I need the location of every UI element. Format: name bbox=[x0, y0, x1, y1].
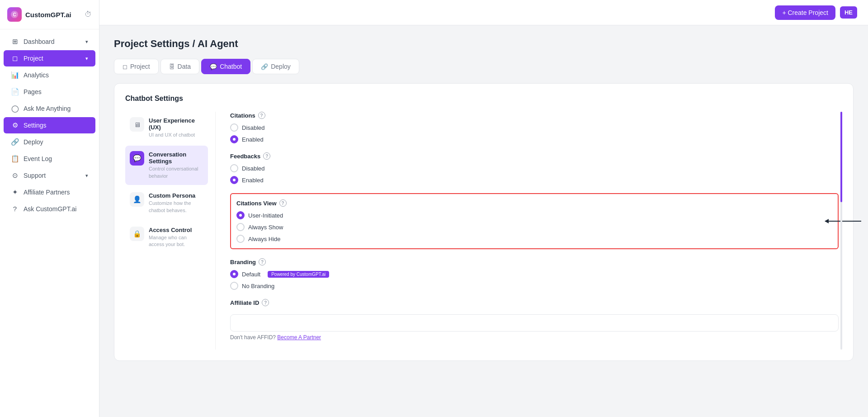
conversation-menu-desc: Control conversational behavior bbox=[149, 166, 203, 180]
conversation-menu-icon: 💬 bbox=[130, 151, 144, 166]
affiliate-no-affid-text: Don't have AFFID? bbox=[230, 334, 276, 341]
logo-area: C CustomGPT.ai ⏱ bbox=[0, 0, 99, 29]
feedbacks-disabled-radio[interactable] bbox=[230, 164, 238, 172]
user-initiated-radio[interactable] bbox=[236, 211, 245, 219]
always-show-option[interactable]: Always Show bbox=[236, 223, 832, 231]
always-show-radio[interactable] bbox=[236, 223, 245, 231]
create-project-button[interactable]: + Create Project bbox=[775, 5, 835, 20]
sidebar-item-label: Settings bbox=[24, 122, 47, 129]
branding-help-icon[interactable]: ? bbox=[259, 258, 266, 265]
branding-default-radio[interactable] bbox=[230, 270, 238, 278]
feedbacks-enabled-option[interactable]: Enabled bbox=[230, 176, 839, 184]
affiliate-id-help-icon[interactable]: ? bbox=[262, 299, 269, 306]
scroll-thumb bbox=[840, 112, 842, 202]
project-icon: ◻ bbox=[11, 54, 19, 62]
ux-menu-desc: UI and UX of chatbot bbox=[149, 132, 203, 138]
branding-title: Branding ? bbox=[230, 258, 839, 265]
sidebar-item-dashboard[interactable]: ⊞ Dashboard ▾ bbox=[4, 33, 95, 50]
always-hide-radio[interactable] bbox=[236, 235, 245, 243]
branding-default-option[interactable]: Default Powered by CustomGPT.ai bbox=[230, 270, 839, 278]
always-hide-option[interactable]: Always Hide bbox=[236, 235, 832, 243]
user-initiated-option[interactable]: User-Initiated bbox=[236, 211, 832, 219]
tab-label: Project bbox=[130, 63, 150, 70]
arrow-head bbox=[825, 219, 829, 223]
logo-text: CustomGPT.ai bbox=[25, 11, 71, 19]
sidebar-item-label: Ask CustomGPT.ai bbox=[24, 205, 76, 213]
branding-no-branding-option[interactable]: No Branding bbox=[230, 282, 839, 290]
sidebar-item-ask-me-anything[interactable]: ◯ Ask Me Anything bbox=[4, 100, 95, 117]
citations-help-icon[interactable]: ? bbox=[258, 112, 265, 119]
svg-text:C: C bbox=[13, 12, 16, 17]
menu-item-access-control[interactable]: 🔒 Access Control Manage who can access y… bbox=[125, 221, 208, 254]
sidebar-item-project[interactable]: ◻ Project ▾ bbox=[4, 50, 95, 66]
branding-radio-group: Default Powered by CustomGPT.ai No Brand… bbox=[230, 270, 839, 290]
data-tab-icon: 🗄 bbox=[169, 63, 175, 70]
menu-item-conversation-settings[interactable]: 💬 Conversation Settings Control conversa… bbox=[125, 146, 208, 185]
sidebar-item-deploy[interactable]: 🔗 Deploy bbox=[4, 134, 95, 150]
sidebar-item-label: Event Log bbox=[24, 155, 52, 162]
sidebar-item-settings[interactable]: ⚙ Settings bbox=[4, 117, 95, 133]
citations-view-label: Citations View bbox=[236, 200, 277, 207]
always-show-label: Always Show bbox=[248, 224, 283, 231]
arrow-line bbox=[825, 221, 861, 222]
citations-view-help-icon[interactable]: ? bbox=[279, 199, 287, 207]
tab-project[interactable]: ◻ Project bbox=[114, 59, 159, 74]
notification-bell-icon[interactable]: ⏱ bbox=[85, 10, 92, 19]
feedbacks-disabled-option[interactable]: Disabled bbox=[230, 164, 839, 172]
affiliate-id-title: Affiliate ID ? bbox=[230, 299, 839, 306]
sidebar-item-affiliate-partners[interactable]: ✦ Affiliate Partners bbox=[4, 184, 95, 200]
tab-chatbot[interactable]: 💬 Chatbot bbox=[201, 59, 250, 74]
conversation-menu-label: Conversation Settings bbox=[149, 151, 203, 165]
tab-label: Data bbox=[178, 63, 191, 70]
feedbacks-enabled-radio[interactable] bbox=[230, 176, 238, 184]
persona-menu-desc: Customize how the chatbot behaves. bbox=[149, 200, 203, 214]
sidebar-item-label: Pages bbox=[24, 88, 42, 95]
affiliate-id-section: Affiliate ID ? Don't have AFFID? Become … bbox=[230, 299, 839, 341]
user-initiated-label: User-Initiated bbox=[248, 212, 283, 219]
citations-enabled-radio[interactable] bbox=[230, 135, 238, 143]
sidebar-nav: ⊞ Dashboard ▾ ◻ Project ▾ 📊 Analytics 📄 … bbox=[0, 29, 99, 417]
citations-disabled-radio[interactable] bbox=[230, 123, 238, 132]
affiliate-id-input[interactable] bbox=[230, 314, 839, 332]
ask-customgpt-icon: ? bbox=[11, 205, 19, 213]
sidebar-item-pages[interactable]: 📄 Pages bbox=[4, 84, 95, 100]
access-menu-icon: 🔒 bbox=[130, 227, 144, 241]
sidebar: C CustomGPT.ai ⏱ ⊞ Dashboard ▾ ◻ Project… bbox=[0, 0, 99, 417]
support-icon: ⊙ bbox=[11, 171, 19, 180]
feedbacks-help-icon[interactable]: ? bbox=[263, 152, 270, 160]
citations-disabled-option[interactable]: Disabled bbox=[230, 123, 839, 132]
feedbacks-disabled-label: Disabled bbox=[242, 165, 265, 172]
tab-deploy[interactable]: 🔗 Deploy bbox=[252, 59, 299, 74]
citations-enabled-option[interactable]: Enabled bbox=[230, 135, 839, 143]
tab-label: Chatbot bbox=[220, 63, 242, 70]
sidebar-item-support[interactable]: ⊙ Support ▾ bbox=[4, 167, 95, 184]
ask-icon: ◯ bbox=[11, 104, 19, 113]
sidebar-item-event-log[interactable]: 📋 Event Log bbox=[4, 151, 95, 167]
citations-label: Citations bbox=[230, 112, 255, 119]
branding-default-label: Default bbox=[242, 271, 260, 278]
chatbot-tab-icon: 💬 bbox=[210, 63, 217, 70]
ux-menu-label: User Experience (UX) bbox=[149, 117, 203, 131]
sidebar-item-ask-customgpt[interactable]: ? Ask CustomGPT.ai bbox=[4, 201, 95, 217]
menu-item-custom-persona[interactable]: 👤 Custom Persona Customize how the chatb… bbox=[125, 187, 208, 219]
branding-no-branding-radio[interactable] bbox=[230, 282, 238, 290]
feedbacks-enabled-label: Enabled bbox=[242, 177, 264, 184]
topbar: + Create Project HE bbox=[99, 0, 868, 25]
citations-section: Citations ? Disabled Enabled bbox=[230, 112, 839, 143]
scroll-indicator bbox=[840, 112, 842, 350]
conversation-menu-text: Conversation Settings Control conversati… bbox=[149, 151, 203, 180]
become-partner-link[interactable]: Become A Partner bbox=[277, 334, 321, 341]
feedbacks-radio-group: Disabled Enabled bbox=[230, 164, 839, 184]
citations-enabled-label: Enabled bbox=[242, 136, 264, 143]
menu-item-user-experience[interactable]: 🖥 User Experience (UX) UI and UX of chat… bbox=[125, 112, 208, 144]
analytics-icon: 📊 bbox=[11, 71, 19, 79]
always-hide-label: Always Hide bbox=[248, 236, 281, 242]
feedbacks-label: Feedbacks bbox=[230, 153, 260, 160]
persona-menu-text: Custom Persona Customize how the chatbot… bbox=[149, 192, 203, 214]
citations-title: Citations ? bbox=[230, 112, 839, 119]
tab-data[interactable]: 🗄 Data bbox=[160, 59, 200, 74]
pages-icon: 📄 bbox=[11, 88, 19, 96]
sidebar-item-label: Analytics bbox=[24, 71, 49, 79]
sidebar-item-analytics[interactable]: 📊 Analytics bbox=[4, 67, 95, 83]
deploy-tab-icon: 🔗 bbox=[261, 63, 268, 70]
